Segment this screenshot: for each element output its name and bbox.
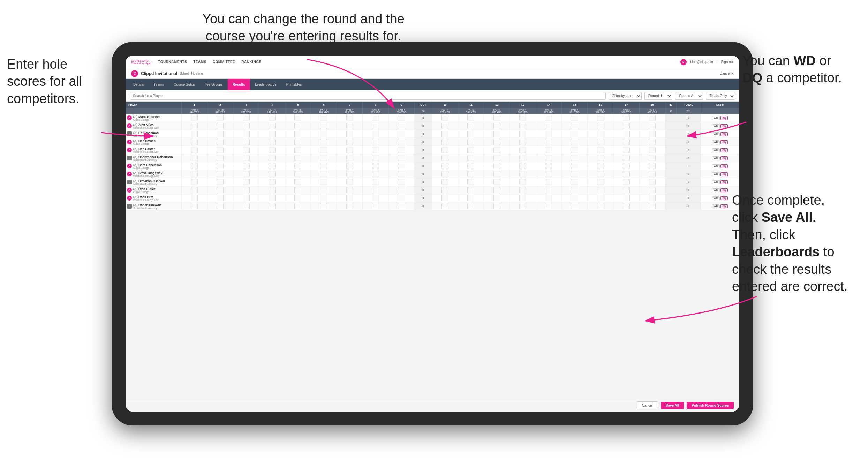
dq-button[interactable]: DQ — [720, 204, 728, 208]
hole-9-input-player-2[interactable] — [398, 131, 405, 137]
hole-6-input-player-2[interactable] — [320, 131, 327, 137]
hole-4-input-player-8[interactable] — [269, 179, 276, 185]
hole-15-input-player-8[interactable] — [571, 179, 578, 185]
tab-results[interactable]: Results — [228, 79, 250, 90]
hole-18-input-player-8[interactable] — [649, 179, 656, 185]
hole-15-input-player-5[interactable] — [571, 155, 578, 161]
hole-8-input-player-4[interactable] — [372, 147, 379, 153]
hole-7-input-player-9[interactable] — [346, 187, 353, 193]
hole-16-input-player-6[interactable] — [597, 163, 604, 169]
hole-14-input-player-4[interactable] — [545, 147, 552, 153]
hole-7-input-player-2[interactable] — [346, 131, 353, 137]
hole-17-input-player-7[interactable] — [623, 171, 630, 177]
hole-2-input-player-9[interactable] — [217, 187, 224, 193]
hole-3-input-player-5[interactable] — [243, 155, 250, 161]
hole-7-input-player-1[interactable] — [346, 123, 353, 129]
hole-7-input-player-5[interactable] — [346, 155, 353, 161]
hole-7-input-player-7[interactable] — [346, 171, 353, 177]
hole-17-input-player-11[interactable] — [623, 203, 630, 209]
hole-6-input-player-6[interactable] — [320, 163, 327, 169]
hole-6-input-player-5[interactable] — [320, 155, 327, 161]
hole-15-input-player-7[interactable] — [571, 171, 578, 177]
hole-3-input-player-6[interactable] — [243, 163, 250, 169]
hole-8-input-player-1[interactable] — [372, 123, 379, 129]
hole-11-input-player-5[interactable] — [467, 155, 474, 161]
hole-17-input-player-2[interactable] — [623, 131, 630, 137]
hole-4-input-player-7[interactable] — [269, 171, 276, 177]
hole-1-input-player-4[interactable] — [191, 147, 198, 153]
hole-15-input-player-0[interactable] — [571, 115, 578, 121]
hole-13-input-player-2[interactable] — [519, 131, 526, 137]
hole-15-input-player-9[interactable] — [571, 187, 578, 193]
dq-button[interactable]: DQ — [720, 116, 728, 120]
dq-button[interactable]: DQ — [720, 132, 728, 136]
hole-3-input-player-7[interactable] — [243, 171, 250, 177]
hole-9-input-player-1[interactable] — [398, 123, 405, 129]
wd-button[interactable]: WD — [712, 124, 720, 128]
hole-2-input-player-1[interactable] — [217, 123, 224, 129]
hole-18-input-player-10[interactable] — [649, 195, 656, 201]
hole-6-input-player-8[interactable] — [320, 179, 327, 185]
hole-6-input-player-7[interactable] — [320, 171, 327, 177]
hole-6-input-player-1[interactable] — [320, 123, 327, 129]
dq-button[interactable]: DQ — [720, 124, 728, 128]
wd-button[interactable]: WD — [712, 204, 720, 208]
hole-9-input-player-11[interactable] — [398, 203, 405, 209]
hole-12-input-player-2[interactable] — [493, 131, 500, 137]
hole-1-input-player-10[interactable] — [191, 195, 198, 201]
dq-button[interactable]: DQ — [720, 140, 728, 144]
hole-18-input-player-2[interactable] — [649, 131, 656, 137]
hole-4-input-player-4[interactable] — [269, 147, 276, 153]
hole-4-input-player-5[interactable] — [269, 155, 276, 161]
hole-9-input-player-6[interactable] — [398, 163, 405, 169]
hole-10-input-player-2[interactable] — [441, 131, 448, 137]
search-input[interactable] — [130, 92, 606, 100]
hole-16-input-player-3[interactable] — [597, 139, 604, 145]
hole-5-input-player-4[interactable] — [294, 147, 301, 153]
hole-2-input-player-6[interactable] — [217, 163, 224, 169]
hole-16-input-player-5[interactable] — [597, 155, 604, 161]
hole-15-input-player-1[interactable] — [571, 123, 578, 129]
hole-5-input-player-5[interactable] — [294, 155, 301, 161]
hole-17-input-player-0[interactable] — [623, 115, 630, 121]
round-select[interactable]: Round 1 Round 2 Round 3 Round 4 — [644, 92, 672, 100]
dq-button[interactable]: DQ — [720, 188, 728, 192]
hole-16-input-player-8[interactable] — [597, 179, 604, 185]
sign-out-link[interactable]: Sign out — [721, 60, 734, 64]
hole-8-input-player-5[interactable] — [372, 155, 379, 161]
hole-8-input-player-10[interactable] — [372, 195, 379, 201]
hole-3-input-player-0[interactable] — [243, 115, 250, 121]
hole-11-input-player-4[interactable] — [467, 147, 474, 153]
hole-8-input-player-3[interactable] — [372, 139, 379, 145]
hole-14-input-player-10[interactable] — [545, 195, 552, 201]
hole-1-input-player-2[interactable] — [191, 131, 198, 137]
hole-11-input-player-1[interactable] — [467, 123, 474, 129]
hole-11-input-player-0[interactable] — [467, 115, 474, 121]
hole-8-input-player-8[interactable] — [372, 179, 379, 185]
hole-18-input-player-7[interactable] — [649, 171, 656, 177]
hole-14-input-player-7[interactable] — [545, 171, 552, 177]
hole-10-input-player-5[interactable] — [441, 155, 448, 161]
hole-2-input-player-5[interactable] — [217, 155, 224, 161]
hole-7-input-player-8[interactable] — [346, 179, 353, 185]
nav-tournaments[interactable]: TOURNAMENTS — [158, 60, 187, 64]
hole-12-input-player-11[interactable] — [493, 203, 500, 209]
hole-10-input-player-3[interactable] — [441, 139, 448, 145]
tab-leaderboards[interactable]: Leaderboards — [250, 79, 281, 90]
hole-14-input-player-6[interactable] — [545, 163, 552, 169]
hole-17-input-player-8[interactable] — [623, 179, 630, 185]
wd-button[interactable]: WD — [712, 140, 720, 144]
cancel-button-top[interactable]: Cancel X — [719, 71, 734, 75]
hole-1-input-player-7[interactable] — [191, 171, 198, 177]
hole-16-input-player-9[interactable] — [597, 187, 604, 193]
hole-13-input-player-4[interactable] — [519, 147, 526, 153]
hole-4-input-player-1[interactable] — [269, 123, 276, 129]
hole-3-input-player-11[interactable] — [243, 203, 250, 209]
hole-6-input-player-10[interactable] — [320, 195, 327, 201]
hole-13-input-player-0[interactable] — [519, 115, 526, 121]
totals-only-select[interactable]: Totals Only — [706, 92, 735, 100]
hole-11-input-player-7[interactable] — [467, 171, 474, 177]
hole-9-input-player-4[interactable] — [398, 147, 405, 153]
hole-15-input-player-4[interactable] — [571, 147, 578, 153]
course-select[interactable]: Course A Course B — [675, 92, 703, 100]
